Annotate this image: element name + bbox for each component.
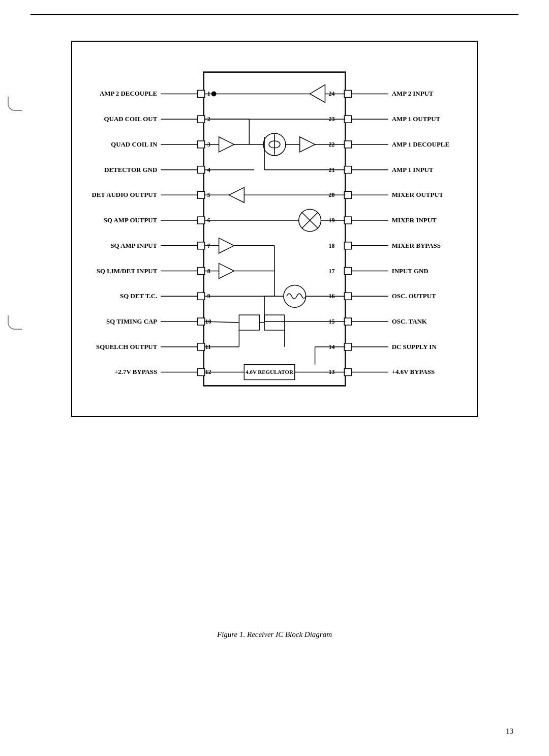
svg-rect-27 (198, 242, 205, 249)
svg-text:DC SUPPLY IN: DC SUPPLY IN (392, 343, 437, 351)
svg-text:+2.7V BYPASS: +2.7V BYPASS (114, 368, 157, 375)
svg-text:18: 18 (328, 242, 334, 249)
svg-text:17: 17 (328, 268, 334, 275)
svg-rect-87 (344, 318, 351, 325)
top-decorative-line (30, 14, 518, 15)
svg-rect-79 (344, 268, 351, 275)
svg-rect-15 (198, 166, 205, 173)
svg-text:AMP 2 DECOUPLE: AMP 2 DECOUPLE (100, 90, 157, 97)
svg-rect-2 (198, 90, 205, 97)
svg-rect-67 (344, 191, 351, 198)
svg-rect-95 (344, 369, 351, 376)
svg-rect-7 (198, 115, 205, 123)
svg-text:DETECTOR GND: DETECTOR GND (104, 166, 157, 173)
page-number: 13 (506, 727, 513, 736)
svg-text:SQ DET T.C.: SQ DET T.C. (120, 292, 157, 300)
svg-rect-31 (198, 268, 205, 275)
svg-rect-63 (344, 166, 351, 173)
svg-rect-11 (198, 141, 205, 148)
svg-rect-47 (198, 369, 205, 376)
svg-text:OSC. TANK: OSC. TANK (392, 317, 427, 325)
svg-rect-91 (344, 343, 351, 351)
svg-text:AMP 1 OUTPUT: AMP 1 OUTPUT (392, 115, 441, 123)
svg-text:SQUELCH OUTPUT: SQUELCH OUTPUT (96, 343, 158, 351)
svg-text:AMP 1 DECOUPLE: AMP 1 DECOUPLE (392, 140, 449, 148)
svg-text:AMP 2 INPUT: AMP 2 INPUT (392, 90, 434, 97)
svg-rect-75 (344, 242, 351, 249)
svg-rect-55 (344, 115, 351, 123)
svg-text:4.6V REGULATOR: 4.6V REGULATOR (246, 369, 293, 375)
svg-text:SQ AMP INPUT: SQ AMP INPUT (110, 242, 157, 249)
figure-caption: Figure 1. Receiver IC Block Diagram (0, 630, 549, 639)
svg-text:QUAD COIL IN: QUAD COIL IN (111, 140, 158, 148)
svg-rect-128 (239, 315, 259, 330)
svg-text:SQ TIMING CAP: SQ TIMING CAP (106, 317, 157, 325)
ic-block-diagram: text { font-family: 'Times New Roman', T… (71, 41, 478, 417)
svg-text:OSC. OUTPUT: OSC. OUTPUT (392, 292, 436, 300)
svg-rect-71 (344, 217, 351, 224)
svg-rect-39 (198, 318, 205, 325)
svg-text:MIXER BYPASS: MIXER BYPASS (392, 242, 441, 249)
svg-text:SQ LIM/DET INPUT: SQ LIM/DET INPUT (97, 267, 158, 275)
svg-text:QUAD COIL OUT: QUAD COIL OUT (104, 115, 158, 123)
svg-text:AMP 1 INPUT: AMP 1 INPUT (392, 166, 434, 173)
svg-rect-35 (198, 293, 205, 300)
svg-rect-129 (264, 315, 285, 330)
svg-rect-43 (198, 343, 205, 351)
svg-text:SQ AMP OUTPUT: SQ AMP OUTPUT (104, 216, 158, 224)
svg-rect-83 (344, 293, 351, 300)
svg-text:MIXER INPUT: MIXER INPUT (392, 216, 437, 224)
svg-text:+4.6V BYPASS: +4.6V BYPASS (392, 368, 435, 375)
bind-mark-1 (8, 97, 22, 111)
svg-rect-19 (198, 191, 205, 198)
svg-text:MIXER OUTPUT: MIXER OUTPUT (392, 191, 444, 198)
svg-text:INPUT GND: INPUT GND (392, 267, 429, 275)
page: text { font-family: 'Times New Roman', T… (0, 0, 549, 756)
svg-text:DET AUDIO OUTPUT: DET AUDIO OUTPUT (92, 191, 157, 198)
svg-rect-59 (344, 141, 351, 148)
bind-mark-2 (8, 315, 22, 330)
svg-rect-23 (198, 217, 205, 224)
svg-rect-51 (344, 90, 351, 97)
